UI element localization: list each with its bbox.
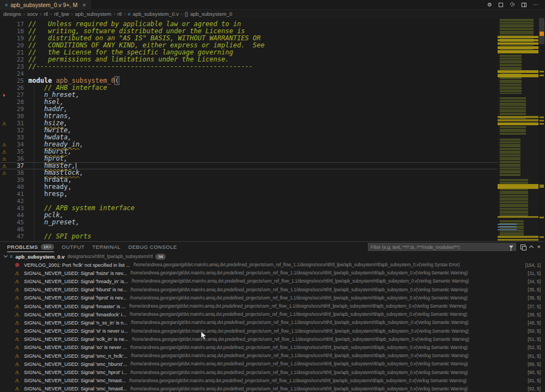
code-line[interactable]: 30 htrans, (0, 113, 498, 120)
minimap-text (500, 139, 520, 176)
breadcrumb-item[interactable]: rtl_lpw (54, 11, 69, 17)
line-number[interactable]: 43 (9, 205, 24, 212)
code-line[interactable]: 23//------------------------------------… (0, 63, 498, 70)
code-line[interactable]: 27 n_hreset, (0, 91, 498, 99)
line-number[interactable]: 17 (9, 21, 24, 28)
line-number[interactable]: 41 (9, 191, 24, 198)
line-number[interactable]: 18 (9, 28, 24, 35)
more-actions-icon[interactable]: ··· (533, 2, 538, 8)
code-line[interactable]: 40 hready, (0, 183, 498, 191)
code-token (28, 162, 44, 169)
line-number[interactable]: 42 (9, 198, 24, 205)
line-number[interactable]: 20 (9, 42, 24, 49)
line-number[interactable]: 45 (9, 219, 24, 226)
breadcrumb-item[interactable]: apb_subsystem (75, 11, 112, 17)
square-icon[interactable] (499, 3, 503, 7)
code-line[interactable]: ⚠38 hmastlock, (0, 169, 498, 176)
problem-position: [37, 5] (528, 304, 541, 309)
split-editor-icon[interactable] (522, 3, 526, 7)
chevron-up-icon[interactable] (529, 246, 533, 250)
code-line[interactable]: 45 n_preset, (0, 219, 498, 226)
code-line[interactable]: 39 hrdata, (0, 176, 498, 183)
problem-row[interactable]: ⚠SIGNAL_NEVER_USED: Signal 'smc_hmast...… (0, 377, 545, 385)
breadcrumb-item[interactable]: designs (3, 11, 21, 17)
code-line[interactable]: ⚠34 hready_in, (0, 141, 498, 148)
code-line[interactable]: 47 // SPI ports (0, 233, 498, 240)
tab-debug-console[interactable]: DEBUG CONSOLE (128, 242, 177, 252)
line-number[interactable]: 22 (9, 56, 24, 63)
line-number[interactable]: 27 (9, 91, 24, 99)
tab-output[interactable]: OUTPUT (62, 242, 84, 252)
line-number[interactable]: 39 (9, 176, 24, 183)
line-number[interactable]: 31 (9, 120, 24, 127)
line-number[interactable]: 25 (9, 77, 24, 84)
gutter-space (0, 84, 9, 91)
problem-row[interactable]: ⚠SIGNAL_NEVER_USED: Signal 'smc_n_hclk'.… (0, 352, 545, 360)
scrollbar-vertical[interactable] (538, 18, 545, 241)
line-number[interactable]: 26 (9, 84, 24, 91)
tab-apb-subsystem[interactable]: ≡ apb_subsystem_0.v 9+, M × (0, 0, 92, 9)
tab-problems[interactable]: PROBLEMS 1K+ (7, 242, 54, 252)
scrollbar-thumb[interactable] (539, 18, 544, 44)
filter-funnel-icon[interactable] (509, 246, 513, 248)
collapse-all-icon[interactable] (520, 244, 525, 249)
problem-row[interactable]: ⊗VERILOG_2001: Port 'hclk' not specified… (0, 261, 545, 269)
line-number[interactable]: 32 (9, 127, 24, 134)
line-number[interactable]: 21 (9, 49, 24, 56)
problems-file-group[interactable]: ≡ apb_subsystem_0.v designs/socv/rtl/rtl… (0, 252, 545, 261)
code-line[interactable]: ⚠35 hburst, (0, 148, 498, 155)
filter-input[interactable] (371, 244, 509, 250)
close-tab-icon[interactable]: × (82, 2, 86, 8)
code-editor[interactable]: 17// Unless required by applicable law o… (0, 18, 545, 241)
problem-row[interactable]: ⚠SIGNAL_NEVER_USED: Signal 'si' is never… (0, 327, 545, 335)
problem-row[interactable]: ⚠SIGNAL_NEVER_USED: Signal 'so' is never… (0, 344, 545, 352)
code-line[interactable]: ⚠31 hsize, (0, 120, 498, 127)
problem-row[interactable]: ⚠SIGNAL_NEVER_USED: Signal 'smc_hmastl..… (0, 385, 545, 392)
problem-row[interactable]: ⚠SIGNAL_NEVER_USED: Signal 'smc_hprot' i… (0, 368, 545, 376)
breadcrumb-item[interactable]: rtl (44, 11, 48, 17)
line-number[interactable]: 34 (9, 141, 24, 148)
problem-row[interactable]: ⚠SIGNAL_NEVER_USED: Signal 'hmastlock' i… (0, 310, 545, 318)
line-number[interactable]: 33 (9, 134, 24, 141)
breadcrumb-item-file[interactable]: apb_subsystem_0.v (132, 11, 179, 17)
problem-row[interactable]: ⚠SIGNAL_NEVER_USED: Signal 'smc_hburst'.… (0, 360, 545, 368)
code-line[interactable]: 28 hsel, (0, 99, 498, 106)
minimap[interactable] (498, 18, 538, 241)
problem-row[interactable]: ⚠SIGNAL_NEVER_USED: Signal 'hready_in' i… (0, 277, 545, 285)
line-number[interactable]: 23 (9, 63, 24, 70)
line-number[interactable]: 35 (9, 148, 24, 155)
line-number[interactable]: 28 (9, 99, 24, 106)
chevron-down-icon[interactable] (4, 254, 8, 258)
line-number[interactable]: 40 (9, 183, 24, 191)
history-icon[interactable] (510, 2, 515, 8)
problem-row[interactable]: ⚠SIGNAL_NEVER_USED: Signal 'n_ss_in' is … (0, 318, 545, 327)
line-number[interactable]: 44 (9, 212, 24, 219)
problem-row[interactable]: ⚠SIGNAL_NEVER_USED: Signal 'sclk_in' is … (0, 335, 545, 344)
problem-row[interactable]: ⚠SIGNAL_NEVER_USED: Signal 'hprot' is ne… (0, 294, 545, 302)
line-number[interactable]: 29 (9, 106, 24, 113)
code-text: n_preset, (24, 219, 80, 226)
line-number[interactable]: 30 (9, 113, 24, 120)
code-line[interactable]: 29 haddr, (0, 106, 498, 113)
minimap-highlight (498, 229, 517, 230)
problem-row[interactable]: ⚠SIGNAL_NEVER_USED: Signal 'hburst' is n… (0, 286, 545, 294)
code-line[interactable]: 41 hresp, (0, 191, 498, 198)
breadcrumb-item-symbol[interactable]: apb_subsystem_0 (190, 11, 232, 17)
line-number[interactable]: 47 (9, 233, 24, 240)
gear-icon[interactable]: ⚙ (487, 2, 492, 8)
code-token: hmaster (44, 162, 72, 169)
problem-row[interactable]: ⚠SIGNAL_NEVER_USED: Signal 'hmaster' is … (0, 302, 545, 310)
line-number[interactable]: 24 (9, 70, 24, 77)
line-number[interactable]: 19 (9, 35, 24, 42)
code-line[interactable]: 43 // APB system interface (0, 205, 498, 212)
line-number[interactable]: 46 (9, 226, 24, 233)
line-number[interactable]: 38 (9, 169, 24, 176)
code-line[interactable]: 32 hwrite, (0, 127, 498, 134)
problem-row[interactable]: ⚠SIGNAL_NEVER_USED: Signal 'hsize' is ne… (0, 269, 545, 277)
tab-terminal[interactable]: TERMINAL (92, 242, 120, 252)
close-panel-icon[interactable]: × (537, 244, 541, 250)
line-number[interactable]: 36 (9, 155, 24, 162)
breadcrumb-item[interactable]: rtl (117, 11, 122, 17)
breadcrumb-item[interactable]: socv (27, 11, 38, 17)
line-number[interactable]: 37 (9, 162, 24, 169)
